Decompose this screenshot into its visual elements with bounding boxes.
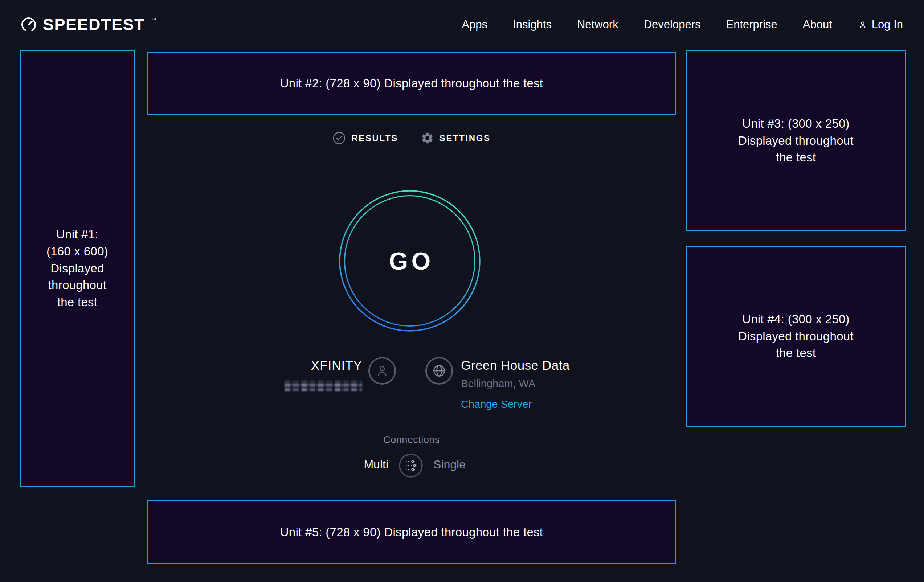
nav-item-apps[interactable]: Apps <box>462 18 487 31</box>
ad-unit-5-text: Unit #5: (728 x 90) Displayed throughout… <box>280 524 543 541</box>
login-button[interactable]: Log In <box>858 18 903 31</box>
ad-unit-4-rectangle[interactable]: Unit #4: (300 x 250) Displayed throughou… <box>686 246 906 427</box>
results-settings-tabs: RESULTS SETTINGS <box>147 131 676 145</box>
tab-results-label: RESULTS <box>351 133 398 143</box>
ad-unit-4-text: Unit #4: (300 x 250) Displayed throughou… <box>738 311 854 362</box>
trademark-symbol: ™ <box>151 16 157 23</box>
nav-item-about[interactable]: About <box>803 18 832 31</box>
go-button[interactable]: GO <box>337 188 482 333</box>
connections-multi-option[interactable]: Multi <box>364 458 388 472</box>
user-icon <box>858 20 868 30</box>
connections-single-option[interactable]: Single <box>433 458 465 472</box>
masked-ip-address <box>285 380 362 391</box>
isp-user-icon-badge <box>368 357 396 385</box>
ad-unit-5-bottom-banner[interactable]: Unit #5: (728 x 90) Displayed throughout… <box>147 500 676 564</box>
tab-results[interactable]: RESULTS <box>332 131 398 145</box>
ad-unit-1-text: Unit #1: (160 x 600) Displayed throughou… <box>46 226 108 311</box>
change-server-link[interactable]: Change Server <box>461 398 570 411</box>
speedtest-page: SPEEDTEST ™ Apps Insights Network Develo… <box>0 0 924 582</box>
tab-settings[interactable]: SETTINGS <box>421 131 491 145</box>
connections-toggle-icon[interactable] <box>398 453 423 478</box>
server-name: Green House Data <box>461 358 570 373</box>
nav-item-enterprise[interactable]: Enterprise <box>726 18 777 31</box>
speedometer-gauge-icon <box>20 16 37 33</box>
isp-name: XFINITY <box>254 358 362 373</box>
ad-unit-1-skyscraper[interactable]: Unit #1: (160 x 600) Displayed throughou… <box>20 50 135 487</box>
server-globe-icon-badge <box>425 357 453 385</box>
ad-unit-2-text: Unit #2: (728 x 90) Displayed throughout… <box>280 75 543 92</box>
ad-unit-2-top-banner[interactable]: Unit #2: (728 x 90) Displayed throughout… <box>147 52 676 115</box>
tab-settings-label: SETTINGS <box>439 133 491 143</box>
gear-icon <box>421 131 434 145</box>
user-icon <box>374 363 390 379</box>
go-button-label: GO <box>337 188 482 333</box>
nav-item-network[interactable]: Network <box>577 18 619 31</box>
top-nav-bar: SPEEDTEST ™ Apps Insights Network Develo… <box>0 0 924 49</box>
check-circle-icon <box>332 131 346 145</box>
server-location: Bellingham, WA <box>461 378 570 390</box>
nav-item-developers[interactable]: Developers <box>644 18 701 31</box>
ad-unit-3-text: Unit #3: (300 x 250) Displayed throughou… <box>738 115 854 167</box>
connections-label: Connections <box>147 434 676 445</box>
logo-wordmark: SPEEDTEST <box>43 15 145 34</box>
ad-unit-3-rectangle[interactable]: Unit #3: (300 x 250) Displayed throughou… <box>686 50 906 231</box>
login-label: Log In <box>872 18 903 31</box>
server-info-block: Green House Data Bellingham, WA Change S… <box>461 358 570 411</box>
main-nav: Apps Insights Network Developers Enterpr… <box>462 18 903 31</box>
globe-icon <box>431 363 447 379</box>
nav-item-insights[interactable]: Insights <box>513 18 552 31</box>
speedtest-logo[interactable]: SPEEDTEST ™ <box>20 15 157 34</box>
